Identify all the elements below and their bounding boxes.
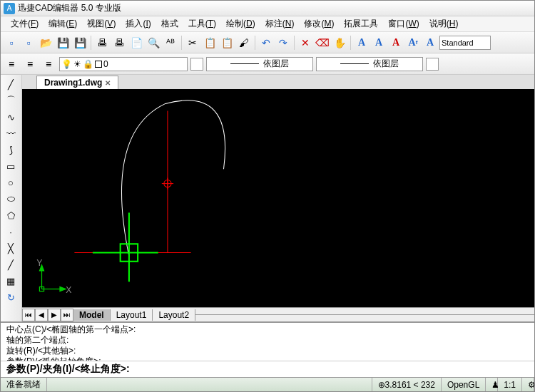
menu-插入[interactable]: 插入(I) xyxy=(121,16,155,31)
layer-toolbar: ≡ ≡ ≡ 💡 ☀ 🔒 0 依图层 依图层 xyxy=(1,53,534,75)
lock-icon: 🔒 xyxy=(83,59,93,69)
hatch-icon[interactable]: ▦ xyxy=(2,273,19,289)
layout-tabs: ⏮ ◀ ▶ ⏭ ModelLayout1Layout2 xyxy=(22,307,534,321)
status-ready: 准备就绪 xyxy=(1,378,47,391)
status-person-icon[interactable]: ♟ xyxy=(486,378,498,391)
new-sheet-icon[interactable]: ▫ xyxy=(21,35,36,51)
spell-icon[interactable]: ᴬᴮ xyxy=(163,35,178,51)
point-icon[interactable]: · xyxy=(2,224,19,239)
close-tab-icon[interactable]: ✕ xyxy=(105,79,111,87)
color-swatch[interactable] xyxy=(190,58,203,71)
lineweight-select[interactable]: 依图层 xyxy=(316,57,423,71)
menu-工具[interactable]: 工具(T) xyxy=(184,16,220,31)
match-icon[interactable]: 🖌 xyxy=(236,35,252,51)
status-coords: ⊕ 3.8161 < 232 xyxy=(372,378,442,391)
nav-next-icon[interactable]: ▶ xyxy=(48,309,61,321)
svg-text:X: X xyxy=(66,285,71,295)
sun-icon: ☀ xyxy=(73,59,81,69)
menu-视图[interactable]: 视图(V) xyxy=(83,16,120,31)
menu-说明[interactable]: 说明(H) xyxy=(425,16,463,31)
titlebar: A 迅捷CAD编辑器 5.0 专业版 xyxy=(1,1,534,16)
standard-toolbar: ▫ ▫ 📂 💾 💾 🖶 🖶 📄 🔍 ᴬᴮ ✂ 📋 📋 🖌 ↶ ↷ ✕ ⌫ ✋ A… xyxy=(1,32,534,53)
status-gear-icon[interactable]: ⚙ xyxy=(522,378,534,391)
menu-拓展工具[interactable]: 拓展工具 xyxy=(340,16,382,31)
find-icon[interactable]: 🔍 xyxy=(146,35,161,51)
new-icon[interactable]: ▫ xyxy=(4,35,19,51)
layer-mgr-icon[interactable]: ≡ xyxy=(4,56,19,72)
cut-icon[interactable]: ✂ xyxy=(185,35,200,51)
text-a2-icon[interactable]: A xyxy=(371,35,387,51)
paste-icon[interactable]: 📋 xyxy=(219,35,235,51)
text-a1-icon[interactable]: A xyxy=(354,35,370,51)
plot-icon[interactable]: 📄 xyxy=(128,35,144,51)
status-scale[interactable]: 1:1 xyxy=(498,378,522,391)
text-a5-icon[interactable]: A xyxy=(422,35,438,51)
linetype-select[interactable]: 依图层 xyxy=(206,57,313,71)
status-render: OpenGL xyxy=(442,378,486,391)
app-title: 迅捷CAD编辑器 5.0 专业版 xyxy=(18,2,121,14)
menu-编辑[interactable]: 编辑(E) xyxy=(44,16,81,31)
nav-prev-icon[interactable]: ◀ xyxy=(35,309,48,321)
spline-icon[interactable]: ∿ xyxy=(2,109,19,125)
file-tab[interactable]: Drawing1.dwg ✕ xyxy=(36,76,118,89)
menubar: 文件(F)编辑(E)视图(V)插入(I)格式工具(T)绘制(D)标注(N)修改(… xyxy=(1,16,534,32)
undo-icon[interactable]: ↶ xyxy=(258,35,274,51)
menu-绘制[interactable]: 绘制(D) xyxy=(222,16,260,31)
command-prompt[interactable]: 参数(P)/夹角(I)/<终止角度>: xyxy=(1,361,534,377)
bulb-icon: 💡 xyxy=(61,59,72,69)
polygon-icon[interactable]: ⬠ xyxy=(2,207,19,223)
layer-state-icon[interactable]: ≡ xyxy=(22,56,38,72)
app-icon: A xyxy=(4,3,15,14)
refresh-icon[interactable]: ↻ xyxy=(2,289,19,305)
print-icon[interactable]: 🖶 xyxy=(94,35,110,51)
menu-文件[interactable]: 文件(F) xyxy=(6,16,43,31)
nav-last-icon[interactable]: ⏭ xyxy=(61,309,73,321)
layer-prev-icon[interactable]: ≡ xyxy=(41,56,56,72)
curve-icon[interactable]: ⟆ xyxy=(2,142,19,158)
menu-格式[interactable]: 格式 xyxy=(157,16,183,31)
svg-marker-11 xyxy=(60,287,66,291)
print-preview-icon[interactable]: 🖶 xyxy=(111,35,127,51)
file-tab-strip: Drawing1.dwg ✕ xyxy=(22,75,534,89)
pan-icon[interactable]: ✋ xyxy=(332,35,347,51)
layer-color-swatch xyxy=(95,61,102,68)
svg-text:Y: Y xyxy=(36,258,42,268)
nav-first-icon[interactable]: ⏮ xyxy=(22,309,35,321)
arc-icon[interactable]: ⌒ xyxy=(2,93,19,108)
color-swatch-2[interactable] xyxy=(426,58,439,71)
saveall-icon[interactable]: 💾 xyxy=(72,35,88,51)
open-icon[interactable]: 📂 xyxy=(38,35,54,51)
circle-icon[interactable]: ○ xyxy=(2,175,19,190)
ellipse-icon[interactable]: ⬭ xyxy=(2,191,19,207)
save-icon[interactable]: 💾 xyxy=(55,35,71,51)
statusbar: 准备就绪 ⊕ 3.8161 < 232 OpenGL ♟ 1:1 ⚙ xyxy=(1,377,534,391)
delete-icon[interactable]: ✕ xyxy=(297,35,313,51)
line-icon[interactable]: ╱ xyxy=(2,76,19,92)
command-window[interactable]: 中心点(C)/<椭圆轴的第一个端点>:轴的第二个端点:旋转(R)/<其他轴>:参… xyxy=(1,321,534,377)
text-style-select[interactable]: Standard xyxy=(439,36,491,50)
menu-修改[interactable]: 修改(M) xyxy=(300,16,338,31)
menu-窗口[interactable]: 窗口(W) xyxy=(384,16,423,31)
layout-tab-layout1[interactable]: Layout1 xyxy=(111,309,153,321)
drawing-canvas[interactable]: Y X xyxy=(22,89,534,307)
erase-icon[interactable]: ⌫ xyxy=(315,35,330,51)
layer-name: 0 xyxy=(103,59,108,69)
text-a3-icon[interactable]: A xyxy=(388,35,404,51)
text-a4-icon[interactable]: Af xyxy=(405,35,421,51)
copy-icon[interactable]: 📋 xyxy=(202,35,218,51)
redo-icon[interactable]: ↷ xyxy=(275,35,291,51)
construction-line-icon[interactable]: ╳ xyxy=(2,240,19,256)
polyline-icon[interactable]: 〰 xyxy=(2,125,19,141)
rectangle-icon[interactable]: ▭ xyxy=(2,158,19,174)
layout-tab-layout2[interactable]: Layout2 xyxy=(153,309,195,321)
draw-toolbar: ╱ ⌒ ∿ 〰 ⟆ ▭ ○ ⬭ ⬠ · ╳ ╱ ▦ ↻ xyxy=(1,75,22,321)
ray-icon[interactable]: ╱ xyxy=(2,257,19,272)
menu-标注[interactable]: 标注(N) xyxy=(261,16,299,31)
layer-select[interactable]: 💡 ☀ 🔒 0 xyxy=(59,57,188,71)
command-history: 中心点(C)/<椭圆轴的第一个端点>:轴的第二个端点:旋转(R)/<其他轴>:参… xyxy=(1,323,534,361)
layout-tab-model[interactable]: Model xyxy=(73,309,111,321)
